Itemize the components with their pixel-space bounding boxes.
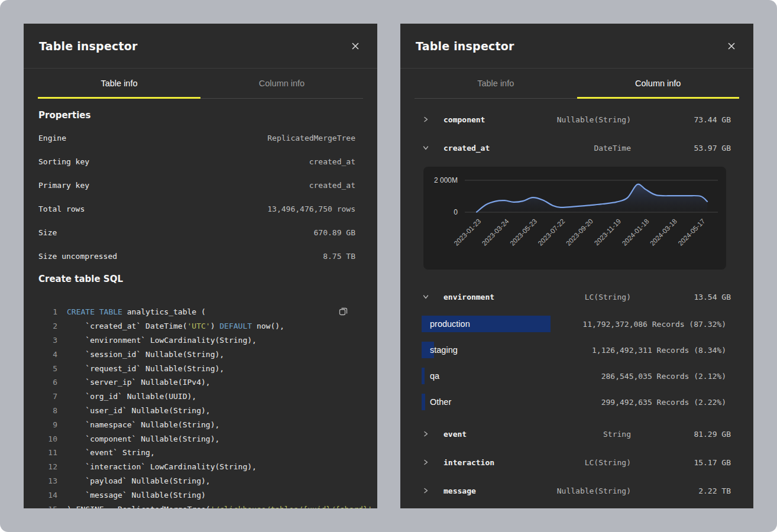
env-value-label: production	[430, 319, 470, 329]
sql-heading: Create table SQL	[38, 268, 355, 284]
column-size: 73.44 GB	[694, 115, 731, 124]
column-row[interactable]: componentNullable(String)73.44 GB	[400, 105, 753, 134]
close-button[interactable]	[347, 37, 364, 55]
column-row[interactable]: interactionLC(String)15.17 GB	[400, 448, 753, 476]
sql-code-text: `user_id` Nullable(String),	[67, 406, 211, 415]
chart-x-label: 2023-05-23	[509, 218, 538, 247]
column-size: 53.97 GB	[694, 144, 731, 153]
right-panel-header: Table inspector	[400, 24, 753, 69]
created-at-distribution-chart: 2 000M02023-01-232023-03-242023-05-23202…	[423, 167, 726, 270]
chart-y-label: 2 000M	[434, 176, 458, 184]
env-value-bar	[422, 368, 425, 384]
right-tab-bar: Table info Column info	[415, 69, 739, 99]
sql-code-text: `payload` Nullable(String),	[67, 476, 211, 485]
property-row: Size670.89 GB	[38, 220, 355, 244]
line-number: 14	[38, 491, 57, 499]
chevron-right-icon	[421, 430, 430, 437]
column-row[interactable]: messageNullable(String)2.22 TB	[400, 476, 753, 505]
left-panel: Table inspector Table info Column info P…	[24, 24, 377, 508]
sql-code-text: `namespace` Nullable(String),	[67, 420, 219, 429]
chevron-down-icon	[421, 293, 430, 300]
env-value-label: qa	[430, 371, 439, 381]
sql-line: 3 `environment` LowCardinality(String),	[38, 333, 355, 348]
column-name: message	[443, 486, 476, 495]
chart-x-label: 2023-01-23	[452, 218, 482, 247]
panel-title: Table inspector	[416, 40, 514, 53]
property-value: ReplicatedMergeTree	[267, 134, 355, 142]
env-value-records: 11,792,372,086 Records (87.32%)	[582, 320, 726, 329]
property-label: Primary key	[38, 181, 89, 190]
copy-button[interactable]	[337, 305, 349, 319]
line-number: 3	[38, 336, 57, 345]
property-label: Sorting key	[38, 157, 89, 166]
property-value: created_at	[309, 157, 355, 166]
tab-table-info[interactable]: Table info	[38, 69, 200, 99]
sql-line: 13 `payload` Nullable(String),	[38, 474, 355, 488]
sql-line: 5 `request_id` Nullable(String),	[38, 361, 355, 375]
property-row: Primary keycreated_at	[38, 173, 355, 197]
chart-x-label: 2023-03-24	[481, 218, 511, 248]
tab-column-info[interactable]: Column info	[577, 69, 740, 99]
environment-breakdown: production11,792,372,086 Records (87.32%…	[400, 311, 753, 415]
tab-table-info[interactable]: Table info	[415, 69, 577, 99]
sql-code-text: `event` String,	[67, 448, 155, 457]
property-value: 13,496,476,750 rows	[267, 205, 355, 213]
sql-line: 10 `component` Nullable(String),	[38, 432, 355, 446]
sql-code-text: `environment` LowCardinality(String),	[67, 336, 257, 345]
property-row: EngineReplicatedMergeTree	[38, 126, 355, 150]
chevron-right-icon	[421, 116, 430, 123]
column-size: 15.17 GB	[694, 458, 731, 467]
property-row: Total rows13,496,476,750 rows	[38, 197, 355, 220]
property-label: Total rows	[38, 205, 85, 213]
properties-heading: Properties	[38, 99, 355, 126]
sql-line: 6 `server_ip` Nullable(IPv4),	[38, 375, 355, 390]
property-label: Size	[38, 228, 57, 237]
line-number: 15	[38, 505, 57, 508]
tab-column-info[interactable]: Column info	[200, 69, 363, 99]
left-panel-header: Table inspector	[24, 24, 377, 69]
env-value-bar	[422, 394, 425, 410]
sql-code-text: `component` Nullable(String),	[67, 434, 219, 443]
column-info-pane: componentNullable(String)73.44 GBcreated…	[400, 105, 753, 505]
properties-list: EngineReplicatedMergeTreeSorting keycrea…	[38, 126, 355, 268]
env-value-row: qa286,545,035 Records (2.12%)	[400, 363, 753, 389]
sql-line: 12 `interaction` LowCardinality(String),	[38, 460, 355, 474]
sql-line: 2 `created_at` DateTime('UTC') DEFAULT n…	[38, 319, 355, 333]
line-number: 11	[38, 448, 57, 457]
column-name: component	[443, 115, 485, 124]
line-number: 10	[38, 434, 57, 443]
line-number: 5	[38, 364, 57, 373]
sql-code-text: `interaction` LowCardinality(String),	[67, 462, 257, 471]
sql-lines: 1CREATE TABLE analytics_table (2 `create…	[38, 305, 355, 508]
column-row[interactable]: created_atDateTime53.97 GB	[400, 134, 753, 162]
sql-code-text: CREATE TABLE analytics_table (	[67, 307, 206, 316]
line-number: 2	[38, 322, 57, 330]
column-row[interactable]: eventString81.29 GB	[400, 420, 753, 448]
column-row[interactable]: environmentLC(String)13.54 GB	[400, 283, 753, 311]
sql-code-block: 1CREATE TABLE analytics_table (2 `create…	[38, 305, 355, 508]
column-size: 13.54 GB	[694, 293, 731, 301]
sql-line: 14 `message` Nullable(String)	[38, 488, 355, 502]
sql-line: 9 `namespace` Nullable(String),	[38, 417, 355, 432]
close-button[interactable]	[723, 37, 740, 55]
env-value-records: 1,126,492,311 Records (8.34%)	[592, 346, 726, 355]
sql-line: 4 `session_id` Nullable(String),	[38, 347, 355, 361]
property-value: 8.75 TB	[323, 252, 355, 261]
column-name: environment	[443, 293, 494, 301]
sql-code-text: `request_id` Nullable(String),	[67, 364, 224, 373]
column-type: Nullable(String)	[557, 486, 631, 495]
env-value-label: Other	[430, 397, 451, 407]
left-tab-bar: Table info Column info	[38, 69, 363, 99]
column-size: 2.22 TB	[698, 486, 731, 495]
sql-line: 7 `org_id` Nullable(UUID),	[38, 390, 355, 404]
area-chart: 2 000M02023-01-232023-03-242023-05-23202…	[423, 167, 726, 270]
sql-code-text: `message` Nullable(String)	[67, 491, 206, 499]
column-name: interaction	[443, 458, 494, 467]
copy-icon	[338, 306, 348, 316]
chevron-right-icon	[421, 459, 430, 466]
env-value-row: production11,792,372,086 Records (87.32%…	[400, 311, 753, 337]
chart-x-label: 2023-07-22	[536, 218, 566, 247]
page-background: Table inspector Table info Column info P…	[0, 0, 777, 532]
column-name: event	[443, 430, 467, 439]
line-number: 8	[38, 406, 57, 415]
